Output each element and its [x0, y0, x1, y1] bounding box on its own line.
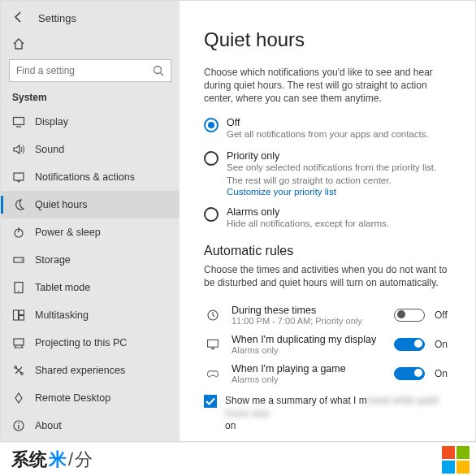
radio-alarms-only[interactable]: Alarms onlyHide all notifications, excep… — [204, 206, 454, 231]
multitasking-icon — [12, 309, 25, 322]
radio-indicator — [204, 207, 219, 222]
rule-subtext: Alarms only — [232, 374, 384, 384]
summary-checkbox-label: Show me a summary of what I missed while… — [225, 395, 454, 433]
content-pane: Quiet hours Choose which notifications y… — [180, 1, 475, 441]
customize-priority-link[interactable]: Customize your priority list — [227, 187, 454, 197]
nav-label: Tablet mode — [35, 282, 90, 293]
rule-title: During these times — [232, 305, 384, 316]
remote-icon — [12, 392, 25, 405]
nav-label: Storage — [35, 254, 71, 266]
rule-toggle[interactable] — [394, 338, 425, 351]
svg-rect-12 — [19, 310, 24, 315]
svg-point-8 — [21, 259, 23, 261]
rule-subtext: 11:00 PM - 7:00 AM; Priority only — [232, 316, 384, 326]
quiet-hours-icon — [12, 198, 25, 211]
rule-toggle[interactable] — [394, 367, 425, 380]
sidebar-item-remote-desktop[interactable]: Remote Desktop — [1, 384, 180, 412]
toggle-state-label: On — [435, 339, 454, 350]
sidebar-item-notifications-actions[interactable]: Notifications & actions — [1, 163, 180, 191]
display-icon — [12, 115, 25, 128]
nav-label: Projecting to this PC — [35, 337, 127, 348]
svg-point-10 — [18, 291, 19, 292]
sidebar-item-sound[interactable]: Sound — [1, 136, 180, 163]
nav-label: Quiet hours — [35, 199, 88, 210]
watermark-footer: 系统米/分 — [0, 442, 476, 476]
quiet-hours-mode-group: OffGet all notifications from your apps … — [204, 117, 454, 231]
page-intro: Choose which notifications you'd like to… — [204, 66, 454, 106]
radio-subtext: Get all notifications from your apps and… — [227, 128, 429, 141]
settings-window: Settings System DisplaySoundNotification… — [0, 0, 476, 442]
clock-icon — [204, 309, 222, 322]
svg-rect-13 — [19, 316, 24, 321]
svg-line-1 — [161, 73, 164, 76]
radio-off[interactable]: OffGet all notifications from your apps … — [204, 117, 454, 141]
sound-icon — [12, 143, 25, 156]
sidebar-item-multitasking[interactable]: Multitasking — [1, 301, 180, 329]
sidebar: Settings System DisplaySoundNotification… — [1, 1, 180, 441]
svg-rect-14 — [14, 339, 24, 345]
nav-label: Remote Desktop — [35, 392, 110, 404]
radio-label: Alarms only — [227, 206, 389, 218]
tablet-icon — [12, 281, 25, 294]
rules-list: During these times11:00 PM - 7:00 AM; Pr… — [204, 301, 454, 388]
summary-checkbox-row[interactable]: Show me a summary of what I missed while… — [204, 395, 454, 433]
search-input[interactable] — [9, 59, 171, 82]
radio-priority-only[interactable]: Priority onlySee only selected notificat… — [204, 150, 454, 197]
sidebar-item-display[interactable]: Display — [1, 108, 180, 136]
nav-label: Sound — [35, 144, 64, 155]
sidebar-item-projecting-to-this-pc[interactable]: Projecting to this PC — [1, 329, 180, 357]
svg-point-18 — [18, 422, 19, 424]
search-icon — [152, 64, 165, 80]
shared-icon — [12, 364, 25, 377]
svg-rect-21 — [208, 340, 219, 347]
search-container — [1, 59, 180, 89]
nav-label: Display — [35, 116, 68, 128]
page-title: Quiet hours — [204, 28, 454, 51]
sidebar-item-tablet-mode[interactable]: Tablet mode — [1, 274, 180, 301]
home-icon — [12, 37, 25, 50]
power-icon — [12, 226, 25, 239]
about-icon — [12, 419, 25, 432]
radio-indicator — [204, 151, 219, 166]
rule-row[interactable]: During these times11:00 PM - 7:00 AM; Pr… — [204, 301, 454, 330]
rule-row[interactable]: When I'm playing a gameAlarms onlyOn — [204, 359, 454, 388]
back-arrow-icon — [12, 11, 25, 24]
sidebar-item-shared-experiences[interactable]: Shared experiences — [1, 357, 180, 384]
rule-title: When I'm duplicating my display — [232, 334, 384, 345]
automatic-rules-desc: Choose the times and activities when you… — [204, 263, 454, 289]
app-title: Settings — [38, 12, 168, 24]
toggle-state-label: Off — [435, 309, 454, 321]
nav-label: Multitasking — [35, 309, 89, 321]
toggle-state-label: On — [435, 368, 454, 379]
radio-label: Priority only — [227, 150, 454, 162]
rule-row[interactable]: When I'm duplicating my displayAlarms on… — [204, 330, 454, 359]
game-icon — [204, 367, 222, 380]
sidebar-item-about[interactable]: About — [1, 412, 180, 439]
back-button[interactable] — [12, 11, 25, 26]
rule-toggle[interactable] — [394, 309, 425, 322]
windows-logo-icon — [442, 446, 470, 474]
monitor-icon — [204, 338, 222, 351]
rule-title: When I'm playing a game — [232, 363, 384, 374]
nav-list: DisplaySoundNotifications & actionsQuiet… — [1, 108, 180, 441]
automatic-rules-heading: Automatic rules — [204, 244, 454, 258]
watermark-brand: 系统米/分 — [11, 448, 93, 472]
sidebar-item-quiet-hours[interactable]: Quiet hours — [1, 191, 180, 219]
storage-icon — [12, 253, 25, 266]
notifications-icon — [12, 171, 25, 184]
checkmark-icon — [204, 395, 217, 408]
nav-label: Shared experiences — [35, 365, 125, 376]
svg-point-0 — [154, 67, 162, 74]
nav-label: About — [35, 420, 62, 431]
svg-rect-11 — [14, 310, 19, 320]
home-button[interactable] — [1, 34, 180, 59]
projecting-icon — [12, 336, 25, 349]
svg-rect-2 — [14, 118, 24, 125]
section-heading: System — [1, 89, 180, 108]
titlebar: Settings — [1, 7, 180, 34]
summary-checkbox[interactable] — [204, 395, 217, 408]
nav-label: Power & sleep — [35, 227, 101, 238]
sidebar-item-storage[interactable]: Storage — [1, 246, 180, 274]
radio-label: Off — [227, 117, 429, 128]
sidebar-item-power-sleep[interactable]: Power & sleep — [1, 219, 180, 246]
